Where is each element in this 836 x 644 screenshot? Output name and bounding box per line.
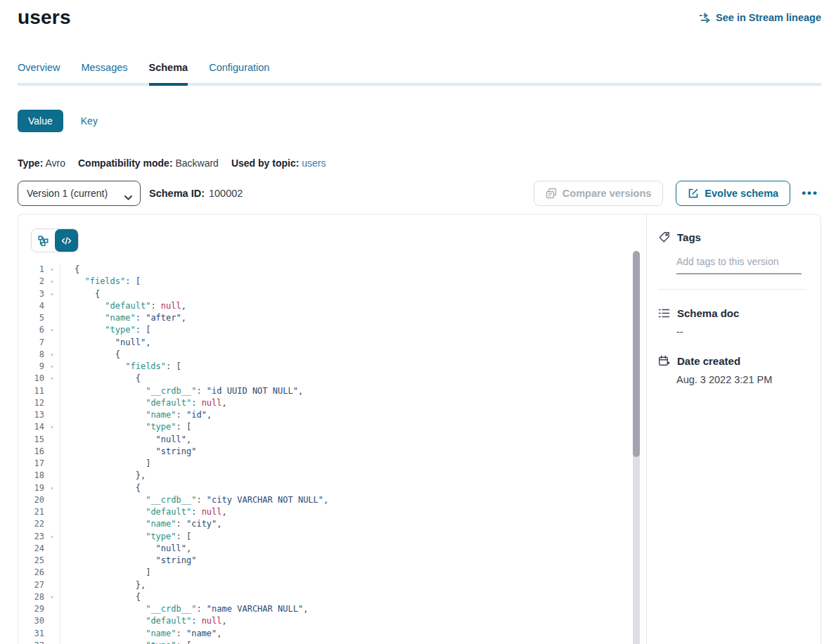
code-line: 32▾ "type": [ bbox=[18, 640, 632, 644]
value-toggle-button[interactable]: Value bbox=[18, 110, 63, 132]
schema-code-view[interactable]: 1▾{2▾ "fields": [3▾ {4 "default": null,5… bbox=[18, 264, 632, 644]
compare-versions-label: Compare versions bbox=[562, 188, 652, 199]
code-text: "fields": [ bbox=[60, 276, 632, 288]
tab-configuration[interactable]: Configuration bbox=[209, 62, 269, 83]
add-tags-input[interactable] bbox=[676, 255, 802, 274]
code-text: "name": "id", bbox=[60, 409, 632, 421]
code-line: 9▾ "fields": [ bbox=[18, 361, 632, 373]
fold-toggle-icon[interactable]: ▾ bbox=[44, 640, 60, 644]
compat-label: Compatibility mode: bbox=[78, 157, 173, 169]
fold-toggle-icon[interactable]: ▾ bbox=[44, 264, 60, 276]
fold-toggle-icon[interactable]: ▾ bbox=[44, 324, 60, 336]
line-number: 9 bbox=[18, 361, 44, 373]
line-number: 13 bbox=[18, 409, 44, 421]
fold-toggle-icon[interactable]: ▾ bbox=[44, 591, 60, 603]
fold-spacer bbox=[44, 555, 60, 567]
code-line: 12 "default": null, bbox=[18, 397, 632, 409]
fold-spacer bbox=[44, 506, 60, 518]
code-text: "default": null, bbox=[60, 506, 632, 518]
list-icon bbox=[658, 307, 670, 319]
line-number: 21 bbox=[18, 506, 44, 518]
version-select[interactable]: Version 1 (current) bbox=[18, 181, 141, 206]
tab-schema[interactable]: Schema bbox=[149, 62, 188, 83]
line-number: 16 bbox=[18, 446, 44, 458]
key-toggle-button[interactable]: Key bbox=[81, 115, 98, 127]
code-line: 11 "__crdb__": "id UUID NOT NULL", bbox=[18, 385, 632, 397]
schema-type: Type: Avro bbox=[18, 157, 65, 169]
calendar-icon bbox=[658, 355, 670, 367]
line-number: 1 bbox=[18, 264, 44, 276]
tab-overview[interactable]: Overview bbox=[18, 62, 60, 83]
line-number: 20 bbox=[18, 494, 44, 506]
evolve-schema-icon bbox=[688, 188, 699, 199]
code-line: 22 "name": "city", bbox=[18, 518, 632, 530]
fold-toggle-icon[interactable]: ▾ bbox=[44, 288, 60, 300]
editor-scrollbar-thumb[interactable] bbox=[633, 251, 640, 457]
code-text: "__crdb__": "name VARCHAR NULL", bbox=[60, 603, 632, 615]
fold-spacer bbox=[44, 458, 60, 470]
line-number: 14 bbox=[18, 421, 44, 433]
code-line: 29 "__crdb__": "name VARCHAR NULL", bbox=[18, 603, 632, 615]
line-number: 23 bbox=[18, 531, 44, 543]
fold-toggle-icon[interactable]: ▾ bbox=[44, 349, 60, 361]
tags-section-heading: Tags bbox=[658, 231, 806, 243]
code-text: "__crdb__": "id UUID NOT NULL", bbox=[60, 385, 632, 397]
tags-title: Tags bbox=[677, 231, 701, 243]
compare-versions-button[interactable]: Compare versions bbox=[534, 181, 664, 206]
line-number: 7 bbox=[18, 337, 44, 349]
line-number: 4 bbox=[18, 300, 44, 312]
tree-view-icon bbox=[38, 236, 49, 246]
fold-toggle-icon[interactable]: ▾ bbox=[44, 482, 60, 494]
code-text: { bbox=[60, 373, 632, 385]
code-line: 13 "name": "id", bbox=[18, 409, 632, 421]
type-label: Type: bbox=[18, 157, 43, 169]
code-text: "default": null, bbox=[60, 300, 632, 312]
code-line: 28▾ { bbox=[18, 591, 632, 603]
fold-toggle-icon[interactable]: ▾ bbox=[44, 373, 60, 385]
see-in-stream-lineage-link[interactable]: See in Stream lineage bbox=[699, 12, 821, 23]
fold-spacer bbox=[44, 615, 60, 627]
code-text: { bbox=[60, 264, 632, 276]
code-text: "name": "city", bbox=[60, 518, 632, 530]
code-line: 26 ] bbox=[18, 567, 632, 579]
tag-icon bbox=[658, 231, 670, 243]
tab-messages[interactable]: Messages bbox=[81, 62, 127, 83]
compat-value: Backward bbox=[175, 157, 218, 169]
schema-doc-heading: Schema doc bbox=[658, 307, 806, 319]
fold-toggle-icon[interactable]: ▾ bbox=[44, 361, 60, 373]
code-view-button[interactable] bbox=[55, 229, 78, 252]
code-line: 6▾ "type": [ bbox=[18, 324, 632, 336]
fold-toggle-icon[interactable]: ▾ bbox=[44, 531, 60, 543]
code-text: { bbox=[60, 591, 632, 603]
schema-id-value: 100002 bbox=[209, 188, 243, 199]
code-line: 8▾ { bbox=[18, 349, 632, 361]
fold-spacer bbox=[44, 409, 60, 421]
line-number: 11 bbox=[18, 385, 44, 397]
schema-page: users See in Stream lineage Overview Mes… bbox=[0, 0, 836, 644]
topic-link[interactable]: users bbox=[302, 157, 326, 169]
evolve-schema-button[interactable]: Evolve schema bbox=[676, 181, 790, 206]
fold-toggle-icon[interactable]: ▾ bbox=[44, 276, 60, 288]
code-line: 14▾ "type": [ bbox=[18, 421, 632, 433]
overflow-menu-button[interactable]: ••• bbox=[799, 183, 821, 203]
type-value: Avro bbox=[45, 157, 65, 169]
code-line: 27 }, bbox=[18, 579, 632, 591]
fold-spacer bbox=[44, 312, 60, 324]
page-header: users See in Stream lineage bbox=[18, 0, 821, 29]
line-number: 32 bbox=[18, 640, 44, 644]
fold-toggle-icon[interactable]: ▾ bbox=[44, 421, 60, 433]
line-number: 2 bbox=[18, 276, 44, 288]
sidebar-divider bbox=[658, 289, 806, 290]
code-line: 4 "default": null, bbox=[18, 300, 632, 312]
code-line: 19▾ { bbox=[18, 482, 632, 494]
line-number: 17 bbox=[18, 458, 44, 470]
compare-versions-icon bbox=[546, 188, 557, 199]
code-text: { bbox=[60, 349, 632, 361]
line-number: 15 bbox=[18, 434, 44, 446]
line-number: 19 bbox=[18, 482, 44, 494]
fold-spacer bbox=[44, 603, 60, 615]
fold-spacer bbox=[44, 385, 60, 397]
value-key-toggle: Value Key bbox=[18, 110, 821, 132]
code-line: 30 "default": null, bbox=[18, 615, 632, 627]
tree-view-button[interactable] bbox=[32, 229, 55, 252]
